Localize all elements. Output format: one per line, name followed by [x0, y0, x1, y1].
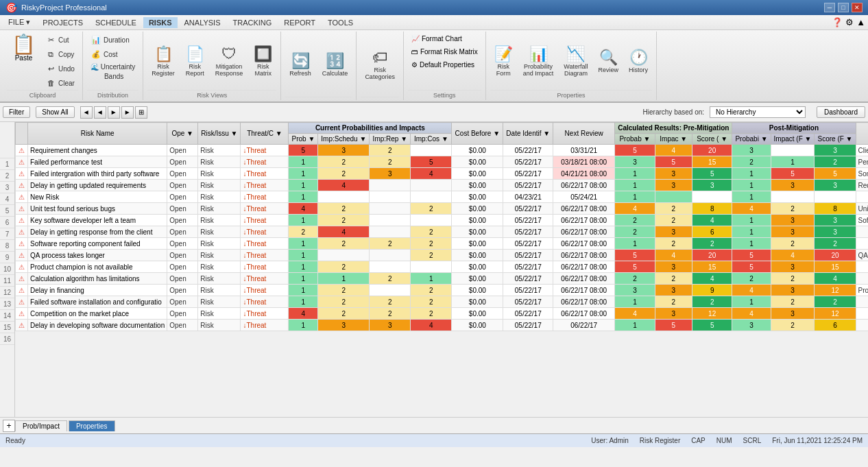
- next-review-cell[interactable]: 06/22/17 08:00: [553, 273, 615, 285]
- calculate-button[interactable]: 🔢 Calculate: [318, 51, 352, 78]
- score2-cell[interactable]: 5: [815, 168, 856, 180]
- proba-cell[interactable]: 2: [615, 273, 655, 285]
- next-review-cell[interactable]: 03/31/21: [553, 145, 615, 156]
- imp-rep-cell[interactable]: 2: [370, 145, 411, 156]
- date-ident-cell[interactable]: 05/22/17: [503, 226, 553, 238]
- date-ident-cell[interactable]: 04/23/21: [503, 191, 553, 203]
- risk-issue-cell[interactable]: Risk: [198, 145, 241, 156]
- risk-name-cell[interactable]: Failed performance test: [28, 156, 167, 168]
- imp-sched-cell[interactable]: 4: [318, 226, 370, 238]
- open-cell[interactable]: Open: [167, 261, 198, 273]
- col-header-open[interactable]: Ope ▼: [167, 123, 198, 145]
- imp-cost-cell[interactable]: [411, 180, 452, 191]
- imp-cost-cell[interactable]: 2: [411, 250, 452, 261]
- next-review-cell[interactable]: 03/18/21 08:00: [553, 156, 615, 168]
- open-cell[interactable]: Open: [167, 296, 198, 308]
- date-ident-cell[interactable]: 05/22/17: [503, 203, 553, 215]
- format-chart-button[interactable]: 📈 Format Chart: [408, 33, 466, 45]
- impact-cell[interactable]: 2: [655, 238, 692, 250]
- imp-rep-cell[interactable]: 3: [370, 320, 411, 331]
- risk-issue-cell[interactable]: Risk: [198, 215, 241, 226]
- next-review-cell[interactable]: 06/22/17 08:00: [553, 308, 615, 320]
- imp-cost-cell[interactable]: 2: [411, 296, 452, 308]
- next-review-cell[interactable]: 06/22/17 08:00: [553, 296, 615, 308]
- proba-cell[interactable]: 1: [615, 320, 655, 331]
- cost-before-cell[interactable]: $0.00: [452, 250, 503, 261]
- imp-sched-cell[interactable]: 2: [318, 156, 370, 168]
- cut-button[interactable]: ✂ Cut: [42, 33, 78, 47]
- threat-cell[interactable]: ↓Threat: [241, 250, 289, 261]
- impact2-cell[interactable]: 3: [771, 215, 815, 226]
- proba-cell[interactable]: 2: [615, 215, 655, 226]
- score2-cell[interactable]: 20: [815, 250, 856, 261]
- table-row[interactable]: ⚠ QA process takes longer Open Risk ↓Thr…: [16, 250, 869, 261]
- next-review-cell[interactable]: 06/22/17 08:00: [553, 180, 615, 191]
- col-header-proba[interactable]: Probab ▼: [615, 134, 655, 145]
- cost-before-cell[interactable]: $0.00: [452, 320, 503, 331]
- score-cell[interactable]: 15: [692, 261, 732, 273]
- score2-cell[interactable]: 3: [815, 226, 856, 238]
- col-header-imp-cost[interactable]: Imp:Cos ▼: [411, 134, 452, 145]
- open-cell[interactable]: Open: [167, 203, 198, 215]
- impact2-cell[interactable]: 2: [771, 238, 815, 250]
- threat-cell[interactable]: ↓Threat: [241, 180, 289, 191]
- impact-cell[interactable]: 2: [655, 273, 692, 285]
- copy-button[interactable]: ⧉ Copy: [42, 47, 78, 61]
- imp-rep-cell[interactable]: [370, 250, 411, 261]
- menu-item-report[interactable]: REPORT: [278, 17, 321, 28]
- impact-cell[interactable]: [655, 191, 692, 203]
- impact-cell[interactable]: 3: [655, 261, 692, 273]
- imp-sched-cell[interactable]: [318, 191, 370, 203]
- impact2-cell[interactable]: 4: [771, 250, 815, 261]
- score-cell[interactable]: 4: [692, 273, 732, 285]
- score2-cell[interactable]: 8: [815, 203, 856, 215]
- desc-cell[interactable]: [856, 308, 868, 320]
- cost-before-cell[interactable]: $0.00: [452, 156, 503, 168]
- waterfall-diagram-button[interactable]: 📉 WaterfallDiagram: [559, 44, 592, 78]
- prob2-cell[interactable]: 4: [732, 285, 771, 296]
- date-ident-cell[interactable]: 05/22/17: [503, 238, 553, 250]
- proba-cell[interactable]: 2: [615, 226, 655, 238]
- col-header-score2[interactable]: Score (F ▼: [815, 134, 856, 145]
- proba-cell[interactable]: 4: [615, 308, 655, 320]
- imp-cost-cell[interactable]: 2: [411, 285, 452, 296]
- risk-issue-cell[interactable]: Risk: [198, 273, 241, 285]
- threat-cell[interactable]: ↓Threat: [241, 296, 289, 308]
- cost-before-cell[interactable]: $0.00: [452, 215, 503, 226]
- desc-cell[interactable]: [856, 320, 868, 331]
- cost-before-cell[interactable]: $0.00: [452, 296, 503, 308]
- imp-rep-cell[interactable]: [370, 203, 411, 215]
- prob-cell[interactable]: 2: [289, 226, 318, 238]
- prob2-cell[interactable]: 1: [732, 238, 771, 250]
- risk-issue-cell[interactable]: Risk: [198, 203, 241, 215]
- table-row[interactable]: ⚠ Requirement changes Open Risk ↓Threat …: [16, 145, 869, 156]
- score-cell[interactable]: 12: [692, 308, 732, 320]
- tab-properties[interactable]: Properties: [69, 420, 115, 431]
- impact-cell[interactable]: 4: [655, 145, 692, 156]
- impact2-cell[interactable]: 3: [771, 285, 815, 296]
- score-cell[interactable]: [692, 191, 732, 203]
- open-cell[interactable]: Open: [167, 168, 198, 180]
- impact-cell[interactable]: 3: [655, 308, 692, 320]
- help-icon[interactable]: ❓: [832, 17, 843, 27]
- nav-expand-button[interactable]: ⊞: [135, 106, 147, 119]
- impact-cell[interactable]: 2: [655, 296, 692, 308]
- risk-name-cell[interactable]: Delay in getting updated requirements: [28, 180, 167, 191]
- imp-cost-cell[interactable]: 2: [411, 203, 452, 215]
- duration-button[interactable]: 📊 Duration: [87, 33, 133, 47]
- proba-cell[interactable]: 1: [615, 296, 655, 308]
- desc-cell[interactable]: Requirements are provided by client. If …: [856, 180, 868, 191]
- score-cell[interactable]: 3: [692, 180, 732, 191]
- imp-sched-cell[interactable]: [318, 250, 370, 261]
- table-row[interactable]: ⚠ Delay in getting response from the cli…: [16, 226, 869, 238]
- probability-impact-button[interactable]: 📊 Probabilityand Impact: [519, 44, 558, 78]
- risk-issue-cell[interactable]: Risk: [198, 285, 241, 296]
- hierarchy-select[interactable]: No Hierarchy: [710, 106, 806, 118]
- cost-before-cell[interactable]: $0.00: [452, 308, 503, 320]
- table-row[interactable]: ⚠ New Risk Open Risk ↓Threat 1 $0.00 04/…: [16, 191, 869, 203]
- risk-name-cell[interactable]: QA process takes longer: [28, 250, 167, 261]
- imp-sched-cell[interactable]: 2: [318, 308, 370, 320]
- prob2-cell[interactable]: 1: [732, 180, 771, 191]
- proba-cell[interactable]: 4: [615, 203, 655, 215]
- risk-grid[interactable]: Risk Name Ope ▼ Risk/Issu ▼ Threat/C ▼ C…: [15, 122, 868, 417]
